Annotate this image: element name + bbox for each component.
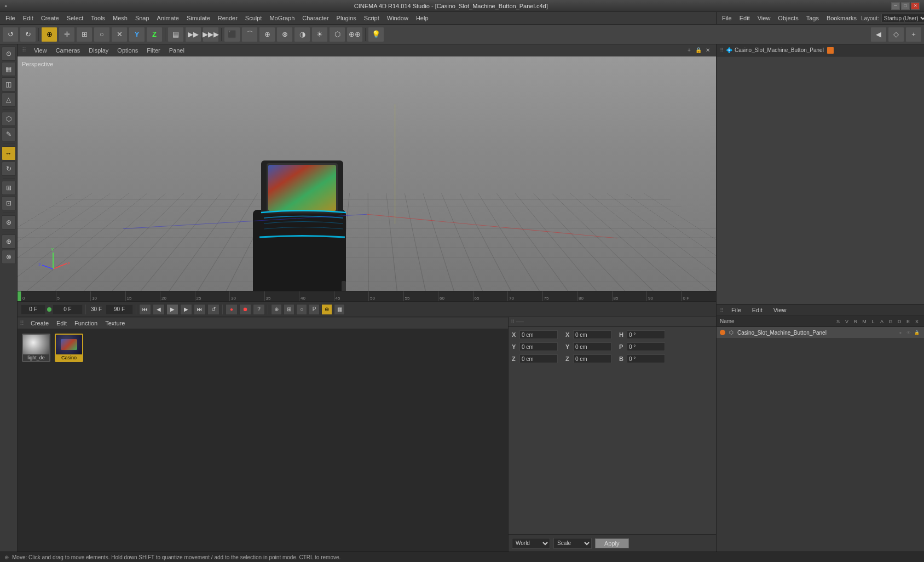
left-mirror-btn[interactable]: ⊗ bbox=[2, 250, 16, 264]
rotate-btn[interactable]: ○ bbox=[94, 27, 110, 42]
menu-sculpt[interactable]: Sculpt bbox=[242, 14, 265, 22]
world-select[interactable]: World Object bbox=[512, 538, 550, 549]
rmenu-file[interactable]: File bbox=[719, 14, 735, 22]
mat-menu-function[interactable]: Function bbox=[71, 319, 101, 328]
gen-btn[interactable]: ⊕ bbox=[259, 27, 275, 42]
vp-menu-view[interactable]: View bbox=[31, 46, 50, 55]
coord-hy-field[interactable] bbox=[573, 342, 611, 351]
anim-btn[interactable]: ▶▶ bbox=[185, 27, 201, 42]
mode-btn6[interactable]: ▦ bbox=[334, 304, 345, 315]
coord-b-field[interactable] bbox=[627, 354, 665, 363]
rmenu-edit[interactable]: Edit bbox=[736, 14, 753, 22]
maximize-button[interactable]: □ bbox=[901, 2, 910, 10]
left-extrude-btn[interactable]: ⊞ bbox=[2, 181, 16, 195]
close-button[interactable]: ✕ bbox=[911, 2, 920, 10]
timeline-ruler[interactable]: 0 5 10 15 20 25 30 35 40 45 50 55 60 65 … bbox=[21, 291, 716, 301]
transform-btn[interactable]: ✕ bbox=[111, 27, 128, 42]
menu-window[interactable]: Window bbox=[384, 14, 412, 22]
menu-simulate[interactable]: Simulate bbox=[183, 14, 213, 22]
menu-render[interactable]: Render bbox=[215, 14, 241, 22]
left-move-btn[interactable]: ↔ bbox=[2, 146, 16, 160]
left-rot-btn[interactable]: ↻ bbox=[2, 162, 16, 176]
rmenu-view[interactable]: View bbox=[754, 14, 774, 22]
menu-tools[interactable]: Tools bbox=[88, 14, 108, 22]
left-edge-btn[interactable]: ◫ bbox=[2, 77, 16, 91]
loop-btn[interactable]: ↺ bbox=[207, 304, 220, 315]
frame-input-2[interactable] bbox=[53, 305, 83, 314]
redo-btn[interactable]: ↻ bbox=[20, 27, 36, 42]
material-casino[interactable]: Casino bbox=[55, 334, 83, 362]
left-pen-btn[interactable]: ✎ bbox=[2, 127, 16, 141]
deform-btn[interactable]: ⊗ bbox=[276, 27, 293, 42]
coord-p-field[interactable] bbox=[627, 342, 665, 351]
y-btn[interactable]: Y bbox=[129, 27, 145, 42]
record2-btn[interactable]: ⏺ bbox=[239, 304, 251, 315]
menu-create[interactable]: Create bbox=[38, 14, 62, 22]
rmenu-tags[interactable]: Tags bbox=[803, 14, 822, 22]
record-btn[interactable]: ● bbox=[226, 304, 238, 315]
vp-menu-options[interactable]: Options bbox=[114, 46, 141, 55]
left-loop-btn[interactable]: ⊡ bbox=[2, 196, 16, 210]
mode-btn2[interactable]: ⊞ bbox=[284, 304, 294, 315]
scale-select[interactable]: Scale Uniform bbox=[553, 538, 592, 549]
render-active-btn[interactable]: ▤ bbox=[168, 27, 184, 42]
mat-menu-texture[interactable]: Texture bbox=[102, 319, 128, 328]
mode-btn1[interactable]: ⊕ bbox=[271, 304, 282, 315]
minimize-button[interactable]: ─ bbox=[891, 2, 900, 10]
left-group-btn[interactable]: ⊕ bbox=[2, 234, 16, 249]
fps-field[interactable] bbox=[106, 305, 133, 314]
menu-animate[interactable]: Animate bbox=[154, 14, 182, 22]
menu-file[interactable]: File bbox=[2, 14, 19, 22]
left-poly-btn[interactable]: ▦ bbox=[2, 62, 16, 76]
scene-tree[interactable] bbox=[717, 56, 924, 304]
step-fwd-btn[interactable]: ▶ bbox=[180, 304, 192, 315]
help-btn[interactable]: ? bbox=[253, 304, 265, 315]
menu-mesh[interactable]: Mesh bbox=[109, 14, 131, 22]
goto-end-btn[interactable]: ⏭ bbox=[194, 304, 206, 315]
r-btn2[interactable]: ◇ bbox=[888, 27, 904, 42]
anim2-btn[interactable]: ▶▶▶ bbox=[203, 27, 219, 42]
vp-close-icon[interactable]: ✕ bbox=[704, 47, 712, 54]
coord-y-field[interactable] bbox=[519, 342, 558, 351]
menu-snap[interactable]: Snap bbox=[132, 14, 153, 22]
left-select-btn[interactable]: ⊙ bbox=[2, 47, 16, 61]
vp-menu-cameras[interactable]: Cameras bbox=[53, 46, 84, 55]
goto-start-btn[interactable]: ⏮ bbox=[139, 304, 151, 315]
obj-menu-view[interactable]: View bbox=[770, 306, 790, 314]
menu-mograph[interactable]: MoGraph bbox=[266, 14, 298, 22]
coord-h-field[interactable] bbox=[627, 330, 665, 339]
select-btn[interactable]: ⊕ bbox=[41, 27, 57, 42]
rmenu-objects[interactable]: Objects bbox=[775, 14, 801, 22]
object-row-casino[interactable]: ⬡ Casino_Slot_Machine_Button_Panel ● 👁 🔒 bbox=[717, 327, 924, 338]
move-btn[interactable]: ✛ bbox=[59, 27, 75, 42]
current-frame-field[interactable] bbox=[21, 305, 45, 314]
coord-x-field[interactable] bbox=[519, 330, 558, 339]
vp-lock-icon[interactable]: 🔒 bbox=[695, 47, 702, 54]
material-light-de[interactable]: light_de bbox=[22, 334, 50, 362]
menu-script[interactable]: Script bbox=[361, 14, 383, 22]
coord-z-field[interactable] bbox=[519, 354, 558, 363]
vp-menu-filter[interactable]: Filter bbox=[143, 46, 163, 55]
left-magnet-btn[interactable]: ⊛ bbox=[2, 215, 16, 230]
layout-select[interactable]: Startup (User) bbox=[881, 14, 924, 22]
undo-btn[interactable]: ↺ bbox=[2, 27, 19, 42]
cube-btn[interactable]: ⬛ bbox=[224, 27, 240, 42]
mode-btn5[interactable]: ⊛ bbox=[321, 304, 332, 315]
left-point-btn[interactable]: △ bbox=[2, 93, 16, 107]
mat-menu-edit[interactable]: Edit bbox=[53, 319, 70, 328]
step-back-btn[interactable]: ◀ bbox=[153, 304, 165, 315]
menu-character[interactable]: Character bbox=[299, 14, 332, 22]
stereo-btn[interactable]: ⊕⊕ bbox=[347, 27, 363, 42]
viewport-canvas[interactable]: Perspective bbox=[18, 56, 716, 291]
scale-btn[interactable]: ⊞ bbox=[76, 27, 93, 42]
light-btn[interactable]: ☀ bbox=[311, 27, 328, 42]
obj-menu-edit[interactable]: Edit bbox=[749, 306, 766, 314]
menu-help[interactable]: Help bbox=[413, 14, 432, 22]
mat-menu-create[interactable]: Create bbox=[27, 319, 52, 328]
rmenu-bookmarks[interactable]: Bookmarks bbox=[823, 14, 860, 22]
vp-menu-panel[interactable]: Panel bbox=[166, 46, 188, 55]
r-btn1[interactable]: ◀ bbox=[870, 27, 887, 42]
cam-btn[interactable]: ◑ bbox=[294, 27, 310, 42]
mat-btn[interactable]: 💡 bbox=[368, 27, 384, 42]
coord-hx-field[interactable] bbox=[573, 330, 611, 339]
